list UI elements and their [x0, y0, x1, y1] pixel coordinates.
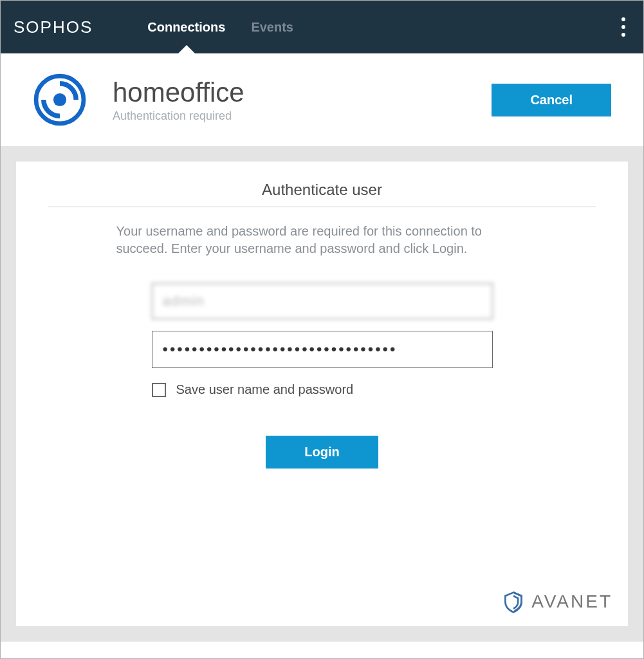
tab-connections[interactable]: Connections	[147, 1, 225, 53]
brand-logo: SOPHOS	[14, 17, 93, 37]
more-menu-icon[interactable]	[616, 12, 630, 42]
password-input[interactable]	[152, 331, 493, 368]
save-credentials-checkbox[interactable]	[152, 383, 166, 397]
avanet-shield-icon	[502, 590, 525, 613]
connection-status: Authentication required	[113, 109, 244, 123]
save-credentials-label: Save user name and password	[176, 382, 354, 397]
watermark: AVANET	[502, 590, 612, 613]
connection-header: homeoffice Authentication required Cance…	[1, 53, 643, 146]
connection-name: homeoffice	[113, 77, 244, 108]
content-area: Authenticate user Your username and pass…	[1, 146, 643, 642]
save-credentials-row: Save user name and password	[152, 382, 493, 397]
cancel-button[interactable]: Cancel	[492, 84, 611, 116]
nav-tabs: Connections Events	[147, 1, 293, 53]
auth-title: Authenticate user	[48, 181, 596, 207]
auth-description: Your username and password are required …	[116, 223, 528, 257]
login-button[interactable]: Login	[266, 436, 378, 469]
watermark-text: AVANET	[531, 591, 612, 612]
connection-title-block: homeoffice Authentication required	[113, 77, 244, 123]
top-navigation-bar: SOPHOS Connections Events	[1, 1, 643, 53]
connection-icon	[33, 73, 87, 127]
auth-card: Authenticate user Your username and pass…	[16, 162, 628, 626]
svg-point-1	[53, 93, 66, 106]
tab-events[interactable]: Events	[251, 1, 293, 53]
username-input[interactable]	[152, 283, 493, 319]
